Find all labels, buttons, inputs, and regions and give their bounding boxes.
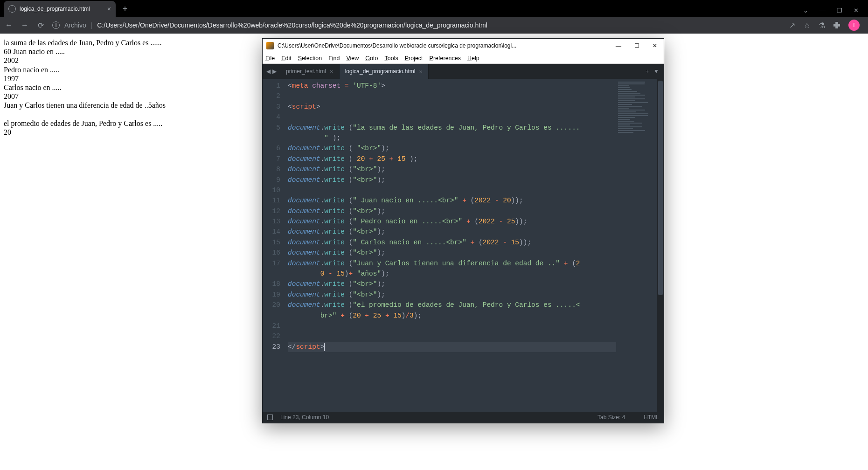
code-line[interactable]: document.write ("<br>"); xyxy=(288,279,616,289)
code-line[interactable] xyxy=(288,112,616,122)
back-icon[interactable]: ← xyxy=(5,21,13,29)
panel-toggle-icon[interactable] xyxy=(267,415,273,420)
code-line[interactable]: document.write ("la suma de las edades d… xyxy=(288,123,616,133)
beaker-icon[interactable]: ⚗ xyxy=(819,21,825,30)
tab-title: logica_de_programacio.html xyxy=(20,6,90,12)
window-controls: ⌄ — ❐ ✕ xyxy=(803,7,868,17)
code-line[interactable]: 0 - 15)+ "años"); xyxy=(288,269,616,279)
browser-tab[interactable]: logica_de_programacio.html × xyxy=(4,1,116,17)
code-line[interactable]: document.write (" Juan nacio en .....<br… xyxy=(288,195,616,206)
tab-next-icon[interactable]: ▶ xyxy=(272,68,277,75)
editor-body: 1234567891011121314151617181920212223 <m… xyxy=(263,79,664,412)
share-icon[interactable]: ↗ xyxy=(789,21,795,30)
menu-file[interactable]: File xyxy=(265,55,275,62)
line-number: 22 xyxy=(263,331,280,341)
new-tab-button[interactable]: + xyxy=(118,2,132,15)
line-number: 1 xyxy=(263,81,280,91)
menu-selection[interactable]: Selection xyxy=(298,55,322,62)
bookmark-icon[interactable]: ☆ xyxy=(804,21,810,30)
statusbar: Line 23, Column 10 Tab Size: 4 HTML xyxy=(263,412,664,423)
line-number xyxy=(263,311,280,321)
code-line[interactable]: br>" + (20 + 25 + 15)/3); xyxy=(288,311,616,321)
menu-goto[interactable]: Goto xyxy=(365,55,378,62)
close-icon[interactable]: × xyxy=(419,68,423,75)
close-window-icon[interactable]: ✕ xyxy=(854,7,859,14)
editor-tab[interactable]: primer_test.html× xyxy=(280,64,340,79)
tab-strip: logica_de_programacio.html × + ⌄ — ❐ ✕ xyxy=(0,0,868,17)
address-input[interactable]: i Archivo | C:/Users/User/OneDrive/Docum… xyxy=(52,21,782,29)
code-line[interactable]: " ); xyxy=(288,133,616,143)
sublime-menubar: FileEditSelectionFindViewGotoToolsProjec… xyxy=(263,53,664,64)
minimap[interactable] xyxy=(616,79,657,412)
menu-find[interactable]: Find xyxy=(328,55,340,62)
code-line[interactable]: document.write ("el promedio de edades d… xyxy=(288,300,616,310)
code-area[interactable]: <meta charset = 'UTF-8'><script>document… xyxy=(285,79,616,412)
line-number: 23 xyxy=(263,342,280,352)
forward-icon[interactable]: → xyxy=(21,21,29,29)
tab-menu-icon[interactable]: ▼ xyxy=(653,68,659,75)
code-line[interactable]: document.write ("<br>"); xyxy=(288,164,616,174)
reload-icon[interactable]: ⟳ xyxy=(36,21,45,30)
code-line[interactable] xyxy=(288,91,616,101)
sublime-tabs: ◀ ▶ primer_test.html×logica_de_programac… xyxy=(263,64,664,79)
line-number: 3 xyxy=(263,102,280,112)
editor-tab[interactable]: logica_de_programacio.html× xyxy=(340,64,429,79)
code-line[interactable]: document.write ("<br>"); xyxy=(288,248,616,258)
avatar[interactable]: f xyxy=(848,20,860,31)
line-number: 20 xyxy=(263,300,280,310)
maximize-icon[interactable]: ☐ xyxy=(634,42,639,49)
minimize-icon[interactable]: — xyxy=(819,7,826,14)
extensions-icon[interactable] xyxy=(833,22,840,28)
toolbar-right: ↗ ☆ ⚗ f xyxy=(789,20,863,31)
menu-preferences[interactable]: Preferences xyxy=(430,55,461,62)
scrollbar[interactable] xyxy=(657,79,664,412)
line-number: 12 xyxy=(263,206,280,216)
code-line[interactable]: <meta charset = 'UTF-8'> xyxy=(288,81,616,91)
add-tab-icon[interactable]: + xyxy=(646,68,649,75)
code-line[interactable]: document.write (" Carlos nacio en .....<… xyxy=(288,237,616,248)
line-number: 11 xyxy=(263,195,280,206)
code-line[interactable] xyxy=(288,321,616,331)
minimize-icon[interactable]: — xyxy=(616,42,621,49)
status-tabsize[interactable]: Tab Size: 4 xyxy=(597,414,625,421)
line-number: 15 xyxy=(263,237,280,248)
status-position[interactable]: Line 23, Column 10 xyxy=(280,414,329,421)
close-icon[interactable]: × xyxy=(330,68,333,75)
line-number: 7 xyxy=(263,154,280,164)
close-icon[interactable]: ✕ xyxy=(653,42,657,49)
tab-prev-icon[interactable]: ◀ xyxy=(266,68,271,75)
sublime-titlebar[interactable]: C:\Users\User\OneDrive\Documentos\Desarr… xyxy=(263,39,664,53)
code-line[interactable]: <script> xyxy=(288,102,616,112)
tab-search-icon[interactable]: ⌄ xyxy=(803,7,808,14)
code-line[interactable]: document.write ("<br>"); xyxy=(288,206,616,216)
maximize-icon[interactable]: ❐ xyxy=(837,7,842,14)
menu-view[interactable]: View xyxy=(346,55,359,62)
line-number: 8 xyxy=(263,164,280,174)
code-line[interactable]: document.write ( 20 + 25 + 15 ); xyxy=(288,154,616,164)
code-line[interactable]: document.write ( "<br>"); xyxy=(288,143,616,153)
menu-project[interactable]: Project xyxy=(405,55,423,62)
menu-tools[interactable]: Tools xyxy=(384,55,398,62)
line-number: 9 xyxy=(263,175,280,185)
scrollbar-thumb[interactable] xyxy=(658,81,663,295)
line-number: 17 xyxy=(263,258,280,269)
line-number: 14 xyxy=(263,227,280,237)
code-line[interactable]: document.write (" Pedro nacio en .....<b… xyxy=(288,216,616,227)
info-icon[interactable]: i xyxy=(52,21,60,29)
status-lang[interactable]: HTML xyxy=(644,414,659,421)
code-line[interactable]: document.write ("Juan y Carlos tienen un… xyxy=(288,258,616,269)
code-line[interactable] xyxy=(288,331,616,341)
code-line[interactable]: document.write ("<br>"); xyxy=(288,175,616,185)
address-path: C:/Users/User/OneDrive/Documentos/Desarr… xyxy=(97,21,487,29)
line-number: 4 xyxy=(263,112,280,122)
code-line[interactable]: document.write ("<br>"); xyxy=(288,290,616,300)
close-icon[interactable]: × xyxy=(107,5,111,13)
code-line[interactable]: </script> xyxy=(288,342,616,352)
sublime-window: C:\Users\User\OneDrive\Documentos\Desarr… xyxy=(262,38,664,423)
address-bar: ← → ⟳ i Archivo | C:/Users/User/OneDrive… xyxy=(0,17,868,34)
code-line[interactable] xyxy=(288,185,616,195)
menu-help[interactable]: Help xyxy=(467,55,479,62)
menu-edit[interactable]: Edit xyxy=(281,55,292,62)
code-line[interactable]: document.write ("<br>"); xyxy=(288,227,616,237)
line-number: 21 xyxy=(263,321,280,331)
